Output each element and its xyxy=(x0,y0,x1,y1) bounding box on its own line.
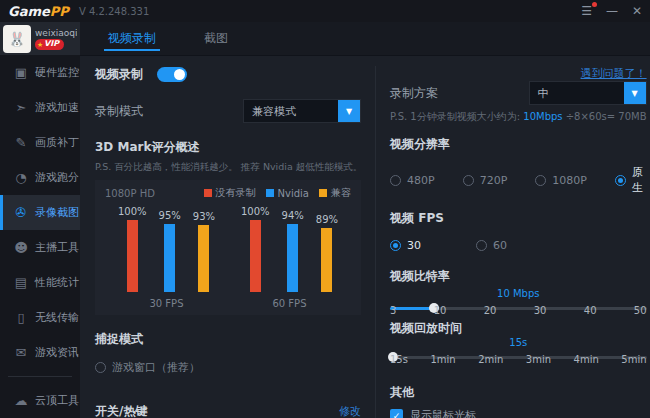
sidebar-item-画质补丁[interactable]: ✎画质补丁 xyxy=(0,125,80,160)
chart-legend: 没有录制Nvidia兼容 xyxy=(204,186,351,200)
hotkey-title: 开关/热键 xyxy=(95,403,147,418)
checkbox-icon[interactable]: ✓ xyxy=(390,409,403,418)
tab-bar: 视频录制截图 xyxy=(80,22,650,56)
hotkey-modify-link[interactable]: 修改 xyxy=(339,404,361,418)
bitrate-value: 10 Mbps xyxy=(390,288,647,299)
logo-pp: PP xyxy=(50,4,69,19)
legend-item: Nvidia xyxy=(266,186,309,200)
legend-item: 没有录制 xyxy=(204,186,256,200)
close-icon[interactable]: ✕ xyxy=(632,5,642,17)
capture-option-game-window[interactable]: 游戏窗口（推荐） xyxy=(95,360,200,375)
record-toggle[interactable] xyxy=(157,67,187,82)
sidebar-item-label: 画质补丁 xyxy=(35,135,79,150)
help-link[interactable]: 遇到问题了！ xyxy=(581,66,647,81)
resolution-option-480P[interactable]: 480P xyxy=(390,165,435,195)
plan-note-bitrate: 10Mbps xyxy=(523,111,562,122)
sidebar-item-主播工具[interactable]: ☻主播工具 xyxy=(0,230,80,265)
radio-icon xyxy=(390,175,401,186)
sidebar-item-label: 性能统计 xyxy=(35,275,79,290)
avatar[interactable]: 🐰 xyxy=(3,25,31,53)
resolution-option-720P[interactable]: 720P xyxy=(463,165,508,195)
benchmark-chart: 1080P HD 没有录制Nvidia兼容 100%95%93%30 FPS10… xyxy=(95,180,361,315)
gamepp-window: GamePP V 4.2.248.331 ☰—✕ 🐰 weixiaoqia.. … xyxy=(0,0,650,418)
user-panel[interactable]: 🐰 weixiaoqia.. VIP xyxy=(0,22,80,55)
legend-label: Nvidia xyxy=(278,188,309,199)
bar-value-label: 89% xyxy=(316,214,338,225)
fps-option-30[interactable]: 30 xyxy=(390,239,421,252)
plan-select[interactable]: 中 ▼ xyxy=(529,81,647,105)
radio-label: 480P xyxy=(407,174,435,187)
vip-badge: VIP xyxy=(35,39,64,50)
slider-tick: 4min xyxy=(574,354,599,365)
slider-tick: 3 xyxy=(390,305,396,316)
content: 视频录制 录制模式 兼容模式 ▼ 3D Mark评分概述 P.S. 百分比越高，… xyxy=(80,56,650,418)
chevron-down-icon[interactable]: ▼ xyxy=(338,100,360,122)
radio-icon xyxy=(476,240,487,251)
rocket-icon: ➣ xyxy=(13,100,29,115)
stats-clipboard-icon: ▤ xyxy=(13,275,29,290)
sidebar-item-性能统计[interactable]: ▤性能统计 xyxy=(0,265,80,300)
notification-dot xyxy=(592,2,597,7)
bar-value-label: 100% xyxy=(241,206,270,217)
bar-wrap: 94% xyxy=(282,210,304,292)
menu-icon[interactable]: ☰ xyxy=(581,5,592,17)
legend-item: 兼容 xyxy=(319,186,351,200)
slider-tick: 3min xyxy=(526,354,551,365)
bar-wrap: 100% xyxy=(118,206,147,292)
minimize-icon[interactable]: — xyxy=(606,5,618,17)
slider-tick: 1min xyxy=(430,354,455,365)
sidebar-item-label: 无线传输 xyxy=(35,310,79,325)
bar-没有录制 xyxy=(127,220,138,292)
sidebar-item-无线传输[interactable]: ▯无线传输 xyxy=(0,300,80,335)
phone-icon: ▯ xyxy=(13,310,29,325)
bar-value-label: 93% xyxy=(193,211,215,222)
legend-label: 没有录制 xyxy=(216,186,256,200)
sidebar-item-游戏跑分[interactable]: ◔游戏跑分 xyxy=(0,160,80,195)
fps-title: 视频 FPS xyxy=(390,210,647,227)
sidebar-item-硬件监控[interactable]: ▣硬件监控 xyxy=(0,55,80,90)
sidebar-item-录像截图[interactable]: ✇录像截图 xyxy=(0,195,80,230)
resolution-option-原生[interactable]: 原生 xyxy=(615,165,647,195)
fps-option-60[interactable]: 60 xyxy=(476,239,507,252)
chart-group-60 FPS: 100%94%89%60 FPS xyxy=(241,206,338,309)
radio-icon xyxy=(615,175,626,186)
patch-pen-icon: ✎ xyxy=(13,135,29,150)
plan-note: P.S. 1分钟录制视频大小约为: 10Mbps ÷8×60s= 70MB xyxy=(390,110,647,124)
bar-兼容 xyxy=(198,225,209,292)
chevron-down-icon[interactable]: ▼ xyxy=(624,82,646,104)
plan-value: 中 xyxy=(530,82,624,104)
slider-tick: 40 xyxy=(584,305,597,316)
legend-swatch xyxy=(266,189,274,197)
mountain-icon: ☁ xyxy=(13,393,29,408)
record-mode-select[interactable]: 兼容模式 ▼ xyxy=(243,99,361,123)
bar-cluster: 100%94%89% xyxy=(241,206,338,292)
version-label: V 4.2.248.331 xyxy=(79,6,149,17)
slider-tick: 50 xyxy=(634,305,647,316)
bar-Nvidia xyxy=(164,224,175,292)
tab-视频录制[interactable]: 视频录制 xyxy=(108,22,156,55)
sidebar-item-游戏加速[interactable]: ➣游戏加速 xyxy=(0,90,80,125)
benchmark-note: P.S. 百分比越高，性能消耗越少。 推荐 Nvidia 超低性能模式。 xyxy=(95,161,361,174)
checkbox-row-显示鼠标光标: ✓显示鼠标光标 xyxy=(390,408,647,418)
news-icon: ✉ xyxy=(13,345,29,360)
radio-icon xyxy=(95,362,106,373)
slider-tick: 15s xyxy=(390,354,408,365)
bar-value-label: 100% xyxy=(118,206,147,217)
radio-icon xyxy=(390,240,401,251)
sidebar-menu: ▣硬件监控➣游戏加速✎画质补丁◔游戏跑分✇录像截图☻主播工具▤性能统计▯无线传输… xyxy=(0,55,80,370)
bar-value-label: 94% xyxy=(282,210,304,221)
resolution-title: 视频分辨率 xyxy=(390,136,647,153)
resolution-option-1080P[interactable]: 1080P xyxy=(535,165,587,195)
record-toggle-label: 视频录制 xyxy=(95,66,143,83)
record-mode-value: 兼容模式 xyxy=(244,100,338,122)
sidebar-item-label: 主播工具 xyxy=(35,240,79,255)
capture-option-label: 游戏窗口（推荐） xyxy=(112,360,200,375)
left-column: 视频录制 录制模式 兼容模式 ▼ 3D Mark评分概述 P.S. 百分比越高，… xyxy=(95,66,361,418)
sidebar-item-云顶工具[interactable]: ☁云顶工具 xyxy=(0,383,80,418)
sidebar-item-label: 游戏跑分 xyxy=(35,170,79,185)
tab-截图[interactable]: 截图 xyxy=(204,22,228,55)
radio-label: 原生 xyxy=(632,165,647,195)
legend-swatch xyxy=(204,189,212,197)
sidebar-item-游戏资讯[interactable]: ✉游戏资讯 xyxy=(0,335,80,370)
sidebar-divider xyxy=(8,376,72,377)
